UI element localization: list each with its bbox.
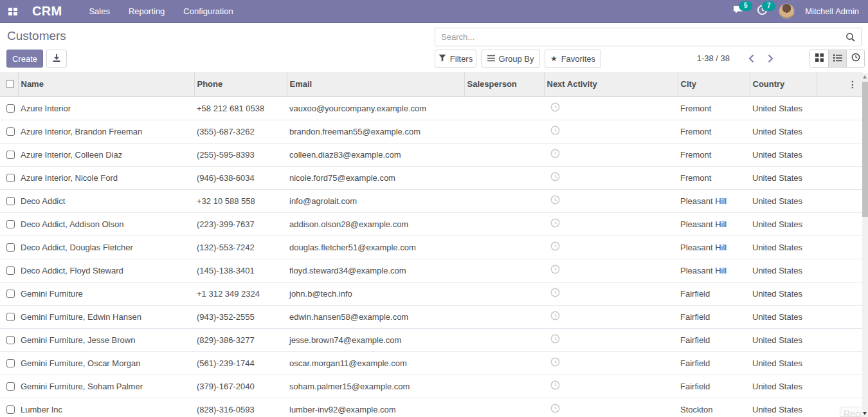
row-checkbox[interactable] <box>6 104 15 113</box>
group-by-label: Group By <box>499 54 534 64</box>
cell-name: Deco Addict, Addison Olson <box>18 212 194 236</box>
row-checkbox[interactable] <box>6 174 15 182</box>
cell-next-activity <box>544 259 678 282</box>
table-row[interactable]: Deco Addict, Douglas Fletcher (132)-553-… <box>0 236 863 259</box>
export-button[interactable] <box>46 50 67 68</box>
scrollbar-down-arrow[interactable] <box>863 412 867 415</box>
row-checkbox[interactable] <box>6 127 15 136</box>
row-checkbox[interactable] <box>6 266 15 275</box>
table-row[interactable]: Lumber Inc (828)-316-0593 lumber-inv92@e… <box>0 398 863 417</box>
row-checkbox[interactable] <box>6 151 15 159</box>
table-row[interactable]: Deco Addict +32 10 588 558 info@agrolait… <box>0 189 863 212</box>
cell-next-activity <box>544 305 678 328</box>
clock-outline-icon[interactable] <box>550 288 560 299</box>
row-checkbox[interactable] <box>6 313 15 321</box>
search-input[interactable] <box>435 32 845 42</box>
clock-outline-icon[interactable] <box>550 264 560 276</box>
favorites-button[interactable]: ★ Favorites <box>545 50 601 68</box>
table-row[interactable]: Deco Addict, Addison Olson (223)-399-763… <box>0 212 863 236</box>
clock-outline-icon[interactable] <box>550 311 560 322</box>
row-checkbox[interactable] <box>6 382 15 391</box>
vertical-dots-icon[interactable]: ⋮ <box>848 79 857 89</box>
column-header-email[interactable]: Email <box>287 72 464 97</box>
cell-name: Azure Interior, Brandon Freeman <box>18 120 194 143</box>
kanban-view-button[interactable] <box>810 50 828 67</box>
menu-item-sales[interactable]: Sales <box>89 6 110 16</box>
pager-previous-button[interactable] <box>743 50 759 68</box>
table-row[interactable]: Gemini Furniture +1 312 349 2324 john.b@… <box>0 282 863 305</box>
row-checkbox[interactable] <box>6 220 15 228</box>
control-panel: Customers Create Filters <box>0 23 868 72</box>
search-box <box>435 28 862 46</box>
clock-outline-icon[interactable] <box>550 380 560 392</box>
cell-city: Stockton <box>678 398 750 417</box>
scrollbar-thumb[interactable] <box>862 82 868 217</box>
clock-outline-icon[interactable] <box>550 334 560 346</box>
user-name[interactable]: Mitchell Admin <box>805 6 859 16</box>
menu-item-reporting[interactable]: Reporting <box>129 6 165 16</box>
activity-view-button[interactable] <box>846 50 864 67</box>
row-select-cell <box>0 305 18 328</box>
column-header-salesperson[interactable]: Salesperson <box>464 72 544 97</box>
clock-outline-icon[interactable] <box>550 241 560 253</box>
cell-salesperson <box>464 375 544 398</box>
magnifier-icon[interactable] <box>845 32 856 42</box>
cell-extra <box>817 143 863 166</box>
column-header-next-activity[interactable]: Next Activity <box>544 72 678 97</box>
row-select-cell <box>0 120 18 143</box>
apps-menu-icon[interactable] <box>8 8 17 15</box>
header-row: Name Phone Email Salesperson Next Activi… <box>0 72 863 97</box>
cell-name: Lumber Inc <box>18 398 194 417</box>
pager-value[interactable]: 1-38 / 38 <box>677 50 730 68</box>
table-row[interactable]: Azure Interior, Colleen Diaz (255)-595-8… <box>0 143 863 166</box>
table-row[interactable]: Gemini Furniture, Soham Palmer (379)-167… <box>0 375 863 398</box>
table-row[interactable]: Azure Interior, Brandon Freeman (355)-68… <box>0 120 863 143</box>
messages-button[interactable]: 5 <box>732 6 745 17</box>
create-button[interactable]: Create <box>6 50 43 68</box>
activities-button[interactable]: 7 <box>755 6 768 17</box>
pager-next-button[interactable] <box>763 50 778 68</box>
column-header-country[interactable]: Country <box>750 72 817 97</box>
cell-extra <box>817 120 863 143</box>
row-checkbox[interactable] <box>6 197 15 205</box>
user-avatar[interactable] <box>779 3 795 19</box>
cell-country: United States <box>750 189 817 212</box>
cell-name: Azure Interior, Nicole Ford <box>18 166 194 189</box>
select-all-checkbox[interactable] <box>6 80 14 88</box>
table-row[interactable]: Azure Interior +58 212 681 0538 vauxoo@y… <box>0 97 863 120</box>
cell-email: nicole.ford75@example.com <box>287 166 464 189</box>
table-row[interactable]: Azure Interior, Nicole Ford (946)-638-60… <box>0 166 863 189</box>
clock-outline-icon[interactable] <box>550 149 560 160</box>
table-row[interactable]: Gemini Furniture, Edwin Hansen (943)-352… <box>0 305 863 328</box>
clock-outline-icon[interactable] <box>550 102 560 114</box>
row-checkbox[interactable] <box>6 405 15 414</box>
filters-button[interactable]: Filters <box>435 50 476 68</box>
row-checkbox[interactable] <box>6 336 15 344</box>
app-name[interactable]: CRM <box>32 4 62 19</box>
group-by-button[interactable]: Group By <box>481 50 540 68</box>
cell-email: oscar.morgan11@example.com <box>287 351 464 375</box>
column-header-phone[interactable]: Phone <box>194 72 287 97</box>
table-row[interactable]: Gemini Furniture, Jesse Brown (829)-386-… <box>0 328 863 351</box>
clock-outline-icon[interactable] <box>550 195 560 207</box>
cell-city: Pleasant Hill <box>678 259 750 282</box>
clock-outline-icon[interactable] <box>550 125 560 137</box>
list-view-button[interactable] <box>828 50 846 67</box>
clock-outline-icon[interactable] <box>550 357 560 369</box>
clock-outline-icon[interactable] <box>550 403 560 415</box>
clock-outline-icon[interactable] <box>550 172 560 183</box>
cell-salesperson <box>464 282 544 305</box>
row-checkbox[interactable] <box>6 290 15 298</box>
table-row[interactable]: Deco Addict, Floyd Steward (145)-138-340… <box>0 259 863 282</box>
row-checkbox[interactable] <box>6 243 15 252</box>
row-select-cell <box>0 189 18 212</box>
menu-item-configuration[interactable]: Configuration <box>183 6 233 16</box>
clock-outline-icon[interactable] <box>550 218 560 230</box>
cell-name: Gemini Furniture <box>18 282 194 305</box>
scrollbar-up-arrow[interactable] <box>863 75 867 79</box>
row-checkbox[interactable] <box>6 359 15 367</box>
column-header-name[interactable]: Name <box>18 72 194 97</box>
cell-name: Azure Interior, Colleen Diaz <box>18 143 194 166</box>
column-header-city[interactable]: City <box>678 72 750 97</box>
table-row[interactable]: Gemini Furniture, Oscar Morgan (561)-239… <box>0 351 863 375</box>
